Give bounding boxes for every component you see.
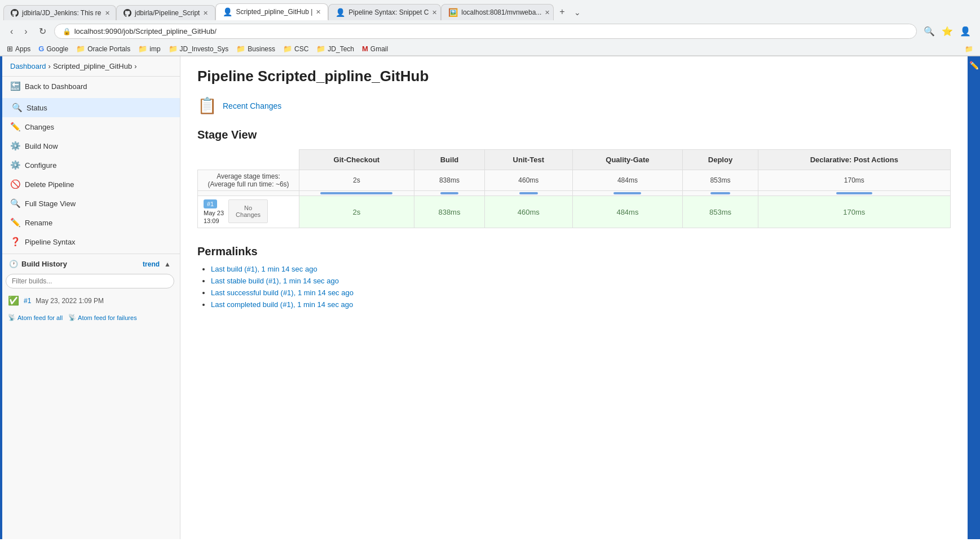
permalink-last-completed[interactable]: Last completed build (#1), 1 min 14 sec … bbox=[211, 300, 353, 309]
list-item: Last successful build (#1), 1 min 14 sec… bbox=[211, 288, 951, 297]
breadcrumb-dashboard[interactable]: Dashboard bbox=[10, 62, 46, 70]
page-title: Pipeline Scripted_pipline_GitHub bbox=[197, 68, 951, 85]
collapse-button[interactable]: ▲ bbox=[164, 260, 171, 268]
build-badge: #1 bbox=[204, 199, 217, 208]
sidebar-item-status[interactable]: 🔍 Status bbox=[0, 98, 180, 117]
bookmark-jd-investo[interactable]: 📁 JD_Investo_Sys bbox=[169, 45, 229, 53]
result-quality-gate: 484ms bbox=[572, 196, 683, 228]
tab-3-close[interactable]: ✕ bbox=[316, 8, 321, 16]
profile-icon-btn[interactable]: 👤 bbox=[957, 24, 973, 39]
sidebar-item-pipeline-syntax[interactable]: ❓ Pipeline Syntax bbox=[0, 232, 180, 251]
bookmark-google-label: Google bbox=[46, 45, 68, 53]
back-button[interactable]: ‹ bbox=[7, 24, 16, 39]
bookmark-oracle-label: Oracle Portals bbox=[87, 45, 130, 53]
feed-icon-failures: 📡 bbox=[68, 314, 76, 321]
right-edit-panel[interactable]: ✏️ bbox=[968, 56, 980, 539]
bookmark-business[interactable]: 📁 Business bbox=[236, 45, 275, 53]
bookmark-imp-label: imp bbox=[149, 45, 160, 53]
sidebar-configure-label: Configure bbox=[25, 161, 56, 170]
clock-icon: 🕐 bbox=[9, 260, 18, 268]
sidebar-item-back[interactable]: 🔙 Back to Dashboard bbox=[0, 77, 180, 96]
permalinks-section: Permalinks Last build (#1), 1 min 14 sec… bbox=[197, 245, 951, 309]
sidebar-changes-label: Changes bbox=[25, 123, 54, 131]
bookmark-jdtech-label: JD_Tech bbox=[328, 45, 354, 53]
permalink-last-stable[interactable]: Last stable build (#1), 1 min 14 sec ago bbox=[211, 277, 339, 285]
recent-changes-section: 📋 Recent Changes bbox=[197, 96, 951, 115]
permalink-last-successful[interactable]: Last successful build (#1), 1 min 14 sec… bbox=[211, 288, 354, 297]
build-history-title: Build History bbox=[21, 260, 67, 268]
sidebar-status-label: Status bbox=[27, 104, 47, 112]
bookmark-icon-btn[interactable]: ⭐ bbox=[939, 24, 955, 39]
permalink-last-build[interactable]: Last build (#1), 1 min 14 sec ago bbox=[211, 265, 317, 273]
address-bar: ‹ › ↻ 🔒 localhost:9090/job/Scripted_pipl… bbox=[0, 20, 980, 42]
pipeline-syntax-icon: ❓ bbox=[10, 237, 20, 247]
tab-1-close[interactable]: ✕ bbox=[105, 10, 110, 17]
lock-icon: 🔒 bbox=[63, 28, 71, 35]
avg-unit-test: 460ms bbox=[485, 170, 572, 191]
tab-4-close[interactable]: ✕ bbox=[432, 9, 437, 16]
tab-1[interactable]: jdbirla/JD_Jenkins: This re ✕ bbox=[3, 5, 116, 20]
tab-bar: jdbirla/JD_Jenkins: This re ✕ jdbirla/Pi… bbox=[0, 0, 980, 20]
bookmark-oracle[interactable]: 📁 Oracle Portals bbox=[76, 45, 130, 53]
configure-icon: ⚙️ bbox=[10, 160, 20, 170]
tab-4[interactable]: 👤 Pipeline Syntax: Snippet C ✕ bbox=[328, 4, 441, 20]
bookmark-gmail[interactable]: M Gmail bbox=[362, 45, 388, 53]
tab-3[interactable]: 👤 Scripted_pipline_GitHub | ✕ bbox=[215, 3, 328, 20]
atom-feed-failures[interactable]: 📡 Atom feed for failures bbox=[68, 314, 137, 321]
sidebar-delete-label: Delete Pipeline bbox=[25, 180, 74, 189]
folder-icon-business: 📁 bbox=[236, 45, 245, 53]
build-entry-1[interactable]: ✅ #1 May 23, 2022 1:09 PM bbox=[0, 292, 180, 309]
breadcrumb-sep1: › bbox=[48, 62, 51, 70]
avg-deploy: 853ms bbox=[683, 170, 758, 191]
back-icon: 🔙 bbox=[10, 81, 20, 91]
reload-button[interactable]: ↻ bbox=[36, 24, 50, 39]
permalinks-list: Last build (#1), 1 min 14 sec ago Last s… bbox=[197, 265, 951, 309]
tab-1-label: jdbirla/JD_Jenkins: This re bbox=[22, 9, 101, 17]
sidebar-buildnow-label: Build Now bbox=[25, 142, 58, 150]
sidebar-item-rename[interactable]: ✏️ Rename bbox=[0, 213, 180, 232]
folder-icon-imp: 📁 bbox=[138, 45, 147, 53]
search-icon-btn[interactable]: 🔍 bbox=[921, 24, 937, 39]
forward-button[interactable]: › bbox=[21, 24, 30, 39]
result-unit-test: 460ms bbox=[485, 196, 572, 228]
sidebar-item-build-now[interactable]: ⚙️ Build Now bbox=[0, 136, 180, 156]
build-num-link[interactable]: #1 bbox=[24, 297, 31, 305]
avg-label: Average stage times: (Average full run t… bbox=[198, 170, 299, 191]
build-result-row: #1 May 23 13:09 NoChanges 2s 838ms 460ms… bbox=[198, 196, 951, 228]
tab-5-close[interactable]: ✕ bbox=[545, 9, 550, 16]
trend-link[interactable]: trend bbox=[143, 260, 160, 268]
result-git-checkout: 2s bbox=[299, 196, 414, 228]
recent-changes-link[interactable]: Recent Changes bbox=[223, 101, 281, 110]
stage-header-build: Build bbox=[414, 150, 484, 170]
sidebar-item-full-stage-view[interactable]: 🔍 Full Stage View bbox=[0, 194, 180, 213]
sidebar-item-changes[interactable]: ✏️ Changes bbox=[0, 117, 180, 136]
breadcrumb-pipeline[interactable]: Scripted_pipline_GitHub bbox=[53, 62, 132, 70]
bookmark-apps[interactable]: ⊞ Apps bbox=[7, 45, 30, 53]
sidebar-item-delete-pipeline[interactable]: 🚫 Delete Pipeline bbox=[0, 175, 180, 194]
bookmark-csc[interactable]: 📁 CSC bbox=[283, 45, 308, 53]
tab-overflow-button[interactable]: ⌄ bbox=[571, 5, 584, 20]
bookmarks-bar: ⊞ Apps G Google 📁 Oracle Portals 📁 imp 📁… bbox=[0, 42, 980, 56]
bookmark-jdinvesto-label: JD_Investo_Sys bbox=[180, 45, 229, 53]
bookmark-google[interactable]: G Google bbox=[38, 45, 68, 53]
avg-post-actions: 170ms bbox=[758, 170, 950, 191]
delete-icon: 🚫 bbox=[10, 179, 20, 189]
progress-bar-row bbox=[198, 191, 951, 196]
result-build: 838ms bbox=[414, 196, 484, 228]
tab-2[interactable]: jdbirla/Pipeline_Script ✕ bbox=[116, 5, 215, 20]
new-tab-button[interactable]: + bbox=[554, 3, 570, 20]
bookmark-jdtech[interactable]: 📁 JD_Tech bbox=[316, 45, 354, 53]
folder-icon-jdtech: 📁 bbox=[316, 45, 325, 53]
recent-changes-icon: 📋 bbox=[197, 96, 217, 115]
bar-post-actions bbox=[836, 192, 872, 194]
url-box[interactable]: 🔒 localhost:9090/job/Scripted_pipline_Gi… bbox=[54, 24, 917, 39]
list-item: Last completed build (#1), 1 min 14 sec … bbox=[211, 300, 951, 309]
tab-5[interactable]: 🖼️ localhost:8081/mvnweba... ✕ bbox=[441, 4, 554, 20]
tab-4-label: Pipeline Syntax: Snippet C bbox=[348, 8, 429, 16]
atom-feed-all[interactable]: 📡 Atom feed for all bbox=[8, 314, 63, 321]
tab-2-close[interactable]: ✕ bbox=[203, 10, 208, 17]
breadcrumb-sep2: › bbox=[134, 62, 136, 70]
filter-input[interactable] bbox=[6, 274, 174, 288]
bookmark-imp[interactable]: 📁 imp bbox=[138, 45, 160, 53]
sidebar-item-configure[interactable]: ⚙️ Configure bbox=[0, 156, 180, 175]
